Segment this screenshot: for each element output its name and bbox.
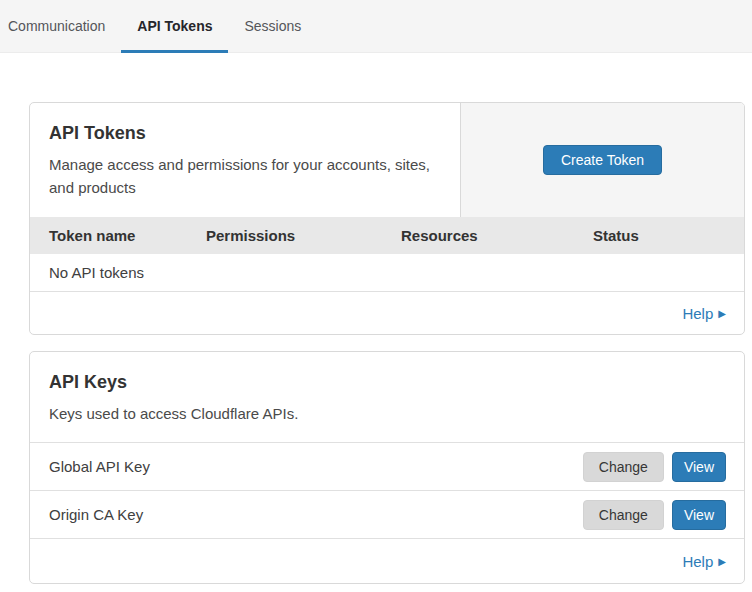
tab-api-tokens[interactable]: API Tokens bbox=[121, 0, 228, 52]
tokens-table-empty-row: No API tokens bbox=[30, 254, 744, 292]
origin-ca-key-label: Origin CA Key bbox=[49, 506, 143, 523]
tokens-empty-message: No API tokens bbox=[49, 264, 144, 281]
api-keys-description: Keys used to access Cloudflare APIs. bbox=[49, 402, 441, 425]
tab-bar: Communication API Tokens Sessions bbox=[0, 0, 752, 53]
create-token-button[interactable]: Create Token bbox=[543, 145, 662, 175]
api-tokens-card: API Tokens Manage access and permissions… bbox=[29, 102, 745, 335]
tokens-table-header-token-name: Token name bbox=[49, 227, 206, 244]
global-api-key-change-button[interactable]: Change bbox=[583, 452, 664, 482]
origin-ca-key-actions: Change View bbox=[583, 500, 726, 530]
api-tokens-title: API Tokens bbox=[49, 123, 440, 144]
tab-sessions[interactable]: Sessions bbox=[228, 0, 317, 52]
global-api-key-view-button[interactable]: View bbox=[672, 452, 726, 482]
help-link-label: Help bbox=[682, 553, 713, 570]
api-tokens-card-header: API Tokens Manage access and permissions… bbox=[30, 103, 744, 217]
help-link-label: Help bbox=[682, 305, 713, 322]
api-tokens-card-action-area: Create Token bbox=[460, 103, 744, 217]
global-api-key-actions: Change View bbox=[583, 452, 726, 482]
api-tokens-card-header-text: API Tokens Manage access and permissions… bbox=[30, 103, 460, 217]
api-tokens-help-link[interactable]: Help ▶ bbox=[682, 305, 726, 322]
global-api-key-row: Global API Key Change View bbox=[30, 442, 744, 490]
api-tokens-description: Manage access and permissions for your a… bbox=[49, 153, 440, 199]
tokens-table-header-permissions: Permissions bbox=[206, 227, 401, 244]
help-arrow-icon: ▶ bbox=[718, 557, 726, 567]
origin-ca-key-change-button[interactable]: Change bbox=[583, 500, 664, 530]
tokens-table-header-resources: Resources bbox=[401, 227, 593, 244]
help-arrow-icon: ▶ bbox=[718, 309, 726, 319]
origin-ca-key-view-button[interactable]: View bbox=[672, 500, 726, 530]
tokens-table-header: Token name Permissions Resources Status bbox=[30, 217, 744, 254]
api-keys-title: API Keys bbox=[49, 372, 724, 393]
api-keys-help-link[interactable]: Help ▶ bbox=[682, 553, 726, 570]
tokens-table-header-status: Status bbox=[593, 227, 744, 244]
api-keys-card-footer: Help ▶ bbox=[30, 538, 744, 583]
page-content: API Tokens Manage access and permissions… bbox=[0, 53, 752, 584]
origin-ca-key-row: Origin CA Key Change View bbox=[30, 490, 744, 538]
api-keys-card-header: API Keys Keys used to access Cloudflare … bbox=[30, 352, 744, 442]
api-tokens-card-footer: Help ▶ bbox=[30, 292, 744, 334]
api-keys-card: API Keys Keys used to access Cloudflare … bbox=[29, 351, 745, 584]
global-api-key-label: Global API Key bbox=[49, 458, 150, 475]
tab-communication[interactable]: Communication bbox=[8, 0, 121, 52]
